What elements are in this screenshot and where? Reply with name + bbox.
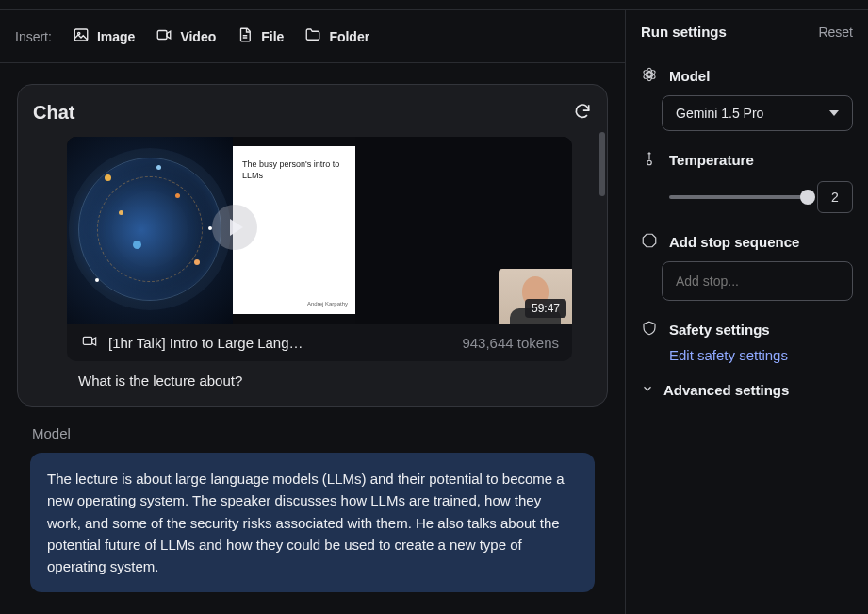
model-setting: Model Gemini 1.5 Pro	[641, 66, 853, 131]
image-icon	[73, 26, 90, 46]
insert-image-button[interactable]: Image	[73, 26, 135, 46]
video-attachment[interactable]: The busy person's intro to LLMs Andrej K…	[67, 137, 572, 361]
insert-folder-label: Folder	[329, 29, 369, 44]
model-icon	[641, 66, 658, 86]
refresh-button[interactable]	[573, 102, 592, 124]
video-thumbnail: The busy person's intro to LLMs Andrej K…	[67, 137, 572, 324]
token-count: 943,644 tokens	[462, 335, 559, 351]
safety-setting: Safety settings Edit safety settings	[641, 320, 853, 363]
video-icon	[80, 334, 99, 352]
svg-rect-0	[74, 29, 88, 41]
folder-icon	[304, 26, 321, 46]
slide-text: The busy person's intro to LLMs	[242, 159, 346, 181]
temperature-setting: Temperature 2	[641, 150, 853, 213]
insert-label: Insert:	[15, 29, 52, 44]
advanced-label: Advanced settings	[663, 382, 789, 398]
main-panel: Insert: Image Video File Folder	[0, 10, 626, 614]
insert-toolbar: Insert: Image Video File Folder	[0, 10, 625, 63]
content-area: Chat The busy person's intro to LLMs And…	[0, 63, 625, 614]
slide-author: Andrej Karpathy	[307, 301, 348, 308]
advanced-settings-toggle[interactable]: Advanced settings	[641, 382, 853, 398]
svg-rect-2	[158, 31, 168, 40]
chevron-down-icon	[641, 382, 654, 398]
temperature-label: Temperature	[669, 152, 754, 168]
slider-thumb[interactable]	[800, 190, 815, 205]
insert-file-button[interactable]: File	[237, 26, 284, 46]
stop-icon	[641, 232, 658, 252]
user-prompt[interactable]: What is the lecture about?	[33, 361, 592, 390]
model-label: Model	[669, 68, 710, 84]
stop-sequence-setting: Add stop sequence	[641, 232, 853, 301]
thermometer-icon	[641, 150, 658, 170]
video-icon	[156, 26, 172, 46]
attachment-meta: [1hr Talk] Intro to Large Lang… 943,644 …	[67, 324, 572, 361]
model-response: The lecture is about large language mode…	[30, 453, 595, 592]
run-settings-panel: Run settings Reset Model Gemini 1.5 Pro …	[626, 10, 868, 614]
duration-badge: 59:47	[525, 299, 566, 318]
shield-icon	[641, 320, 658, 340]
stop-input[interactable]	[662, 261, 853, 301]
temperature-slider[interactable]	[669, 195, 808, 199]
svg-point-4	[647, 73, 652, 77]
chevron-down-icon	[829, 110, 839, 116]
edit-safety-link[interactable]: Edit safety settings	[669, 347, 853, 363]
chat-card: Chat The busy person's intro to LLMs And…	[17, 84, 608, 407]
insert-video-label: Video	[180, 29, 216, 44]
play-icon	[212, 205, 257, 250]
attachment-title: [1hr Talk] Intro to Large Lang…	[108, 335, 303, 351]
model-select[interactable]: Gemini 1.5 Pro	[662, 95, 853, 131]
insert-folder-button[interactable]: Folder	[304, 26, 369, 46]
svg-rect-3	[83, 337, 91, 344]
model-turn-label: Model	[32, 425, 608, 441]
file-icon	[237, 26, 254, 46]
scrollbar-thumb[interactable]	[599, 132, 605, 196]
run-settings-title: Run settings	[641, 24, 727, 40]
safety-label: Safety settings	[669, 322, 770, 338]
insert-video-button[interactable]: Video	[156, 26, 216, 46]
insert-image-label: Image	[97, 29, 135, 44]
insert-file-label: File	[261, 29, 284, 44]
chat-title: Chat	[33, 102, 74, 124]
model-select-value: Gemini 1.5 Pro	[676, 106, 763, 121]
reset-button[interactable]: Reset	[818, 25, 853, 40]
temperature-value[interactable]: 2	[817, 181, 853, 213]
stop-label: Add stop sequence	[669, 234, 799, 250]
svg-point-8	[647, 160, 652, 165]
